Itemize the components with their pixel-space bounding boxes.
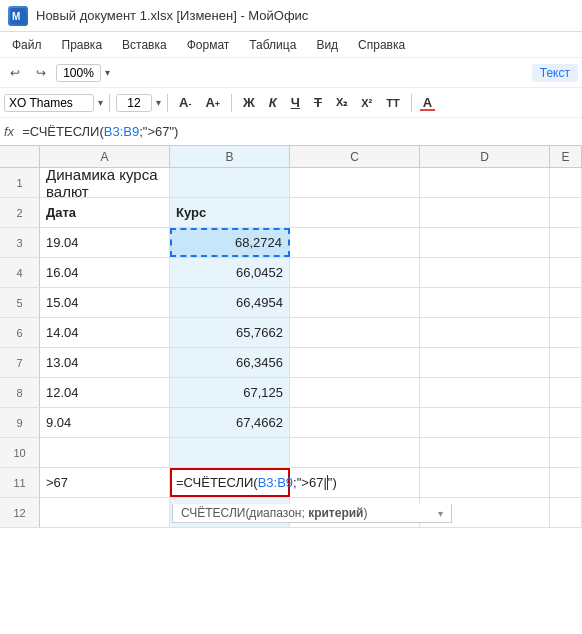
cell-d4[interactable] (420, 258, 550, 287)
col-header-a: A (40, 146, 170, 167)
increase-font-button[interactable]: A+ (200, 93, 225, 112)
cell-e4[interactable] (550, 258, 582, 287)
menu-table[interactable]: Таблица (241, 36, 304, 54)
cell-e1[interactable] (550, 168, 582, 197)
redo-button[interactable]: ↪ (30, 64, 52, 82)
cell-a9[interactable]: 9.04 (40, 408, 170, 437)
title-bar: М Новый документ 1.xlsx [Изменен] - МойО… (0, 0, 582, 32)
cell-b1[interactable] (170, 168, 290, 197)
cell-a6[interactable]: 14.04 (40, 318, 170, 347)
undo-button[interactable]: ↩ (4, 64, 26, 82)
cell-b8[interactable]: 67,125 (170, 378, 290, 407)
row-number: 4 (0, 258, 40, 287)
cell-c8[interactable] (290, 378, 420, 407)
cell-b7[interactable]: 66,3456 (170, 348, 290, 377)
cell-d1[interactable] (420, 168, 550, 197)
cell-d11[interactable] (420, 468, 550, 497)
superscript-button[interactable]: X² (356, 95, 377, 111)
menu-insert[interactable]: Вставка (114, 36, 175, 54)
col-header-d: D (420, 146, 550, 167)
decrease-font-button[interactable]: A- (174, 93, 196, 112)
zoom-input[interactable] (56, 64, 101, 82)
cell-e11[interactable] (550, 468, 582, 497)
cell-b6[interactable]: 65,7662 (170, 318, 290, 347)
cell-c4[interactable] (290, 258, 420, 287)
cell-a1[interactable]: Динамика курса валют (40, 168, 170, 197)
cell-a3[interactable]: 19.04 (40, 228, 170, 257)
cell-e8[interactable] (550, 378, 582, 407)
font-family-input[interactable] (4, 94, 94, 112)
cell-b3[interactable]: 68,2724 (170, 228, 290, 257)
app-icon: М (8, 6, 28, 26)
cell-a8[interactable]: 12.04 (40, 378, 170, 407)
cell-d2[interactable] (420, 198, 550, 227)
svg-text:М: М (12, 11, 20, 22)
cell-c9[interactable] (290, 408, 420, 437)
menu-view[interactable]: Вид (308, 36, 346, 54)
row-number: 2 (0, 198, 40, 227)
cell-b11-formula[interactable]: =СЧЁТЕСЛИ(B3:B9;">67|") СЧЁТЕСЛИ(диапазо… (170, 468, 290, 497)
cell-e6[interactable] (550, 318, 582, 347)
cell-b4[interactable]: 66,0452 (170, 258, 290, 287)
row-number: 6 (0, 318, 40, 347)
menu-file[interactable]: Файл (4, 36, 50, 54)
menu-bar: Файл Правка Вставка Формат Таблица Вид С… (0, 32, 582, 58)
cell-d6[interactable] (420, 318, 550, 347)
cell-c2[interactable] (290, 198, 420, 227)
cell-e10[interactable] (550, 438, 582, 467)
cell-a12[interactable] (40, 498, 170, 527)
separator2 (167, 94, 168, 112)
cell-d8[interactable] (420, 378, 550, 407)
cell-c6[interactable] (290, 318, 420, 347)
menu-help[interactable]: Справка (350, 36, 413, 54)
underline-button[interactable]: Ч (286, 93, 305, 112)
font-color-button[interactable]: А (418, 93, 437, 112)
column-headers: A B C D E (0, 146, 582, 168)
cell-c1[interactable] (290, 168, 420, 197)
cell-a5[interactable]: 15.04 (40, 288, 170, 317)
menu-edit[interactable]: Правка (54, 36, 111, 54)
cell-e7[interactable] (550, 348, 582, 377)
cell-d9[interactable] (420, 408, 550, 437)
table-row: 7 13.04 66,3456 (0, 348, 582, 378)
cell-d7[interactable] (420, 348, 550, 377)
zoom-arrow-icon[interactable]: ▾ (105, 67, 110, 78)
font-family-arrow-icon[interactable]: ▾ (98, 97, 103, 108)
monospace-button[interactable]: ТТ (381, 95, 404, 111)
cell-a2[interactable]: Дата (40, 198, 170, 227)
cell-c5[interactable] (290, 288, 420, 317)
font-size-input[interactable] (116, 94, 152, 112)
cell-b5[interactable]: 66,4954 (170, 288, 290, 317)
separator4 (411, 94, 412, 112)
cell-e9[interactable] (550, 408, 582, 437)
font-size-arrow-icon[interactable]: ▾ (156, 97, 161, 108)
cell-a10[interactable] (40, 438, 170, 467)
cell-b9[interactable]: 67,4662 (170, 408, 290, 437)
window-title: Новый документ 1.xlsx [Изменен] - МойОфи… (36, 8, 308, 23)
cell-a11[interactable]: >67 (40, 468, 170, 497)
fx-label: fx (4, 124, 14, 139)
cell-c7[interactable] (290, 348, 420, 377)
menu-format[interactable]: Формат (179, 36, 238, 54)
cell-d5[interactable] (420, 288, 550, 317)
cell-e2[interactable] (550, 198, 582, 227)
table-row: 3 19.04 68,2724 (0, 228, 582, 258)
formula-suffix: ;">67") (139, 124, 178, 139)
cell-d3[interactable] (420, 228, 550, 257)
strikethrough-button[interactable]: Т (309, 93, 327, 112)
row-number: 3 (0, 228, 40, 257)
cell-a7[interactable]: 13.04 (40, 348, 170, 377)
cell-c10[interactable] (290, 438, 420, 467)
cell-e5[interactable] (550, 288, 582, 317)
cell-e3[interactable] (550, 228, 582, 257)
bold-button[interactable]: Ж (238, 93, 260, 112)
cell-b2[interactable]: Курс (170, 198, 290, 227)
cell-b10[interactable] (170, 438, 290, 467)
cell-e12[interactable] (550, 498, 582, 527)
italic-button[interactable]: К (264, 93, 282, 112)
cell-a4[interactable]: 16.04 (40, 258, 170, 287)
subscript-button[interactable]: X₂ (331, 94, 352, 111)
cell-d10[interactable] (420, 438, 550, 467)
cell-c3[interactable] (290, 228, 420, 257)
row-number: 7 (0, 348, 40, 377)
